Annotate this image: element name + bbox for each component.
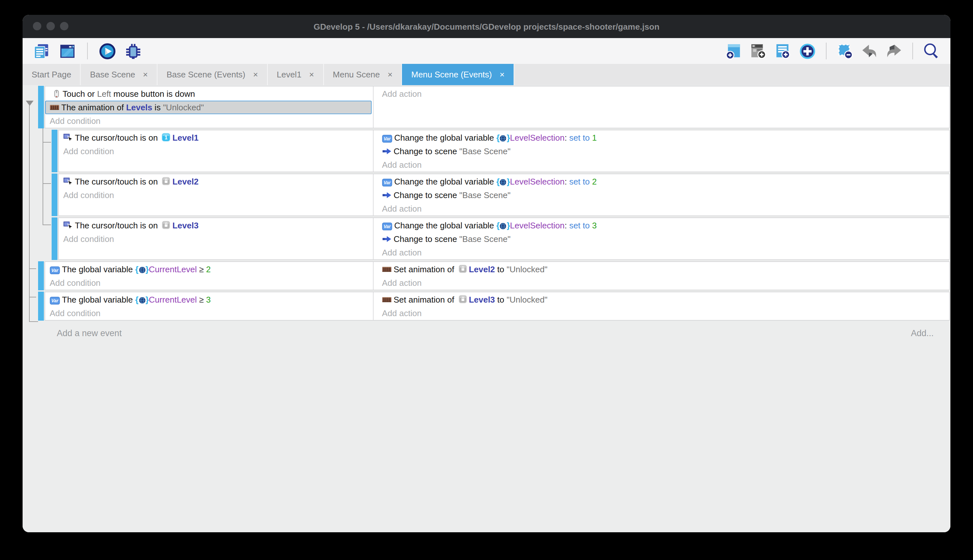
toolbar-left-group: [33, 42, 142, 60]
object-icon-level1: 1: [161, 132, 171, 142]
events-footer: Add a new event Add...: [23, 327, 950, 341]
delete-selection-button[interactable]: [836, 42, 854, 60]
actions-column: Var Change the global variable { }LevelS…: [373, 130, 949, 172]
operator-text: set to: [567, 177, 592, 187]
add-subevent-button[interactable]: [750, 42, 767, 60]
action-text: Change to scene: [393, 190, 460, 200]
close-tab-icon[interactable]: ×: [500, 70, 505, 79]
condition-touch-mouse[interactable]: Touch or Left mouse button is down: [45, 87, 373, 101]
search-button[interactable]: [923, 42, 940, 60]
number-param: 3: [592, 221, 596, 230]
action-change-variable[interactable]: Var Change the global variable { }LevelS…: [377, 219, 949, 232]
actions-column: Var Change the global variable { }LevelS…: [373, 218, 949, 259]
add-comment-button[interactable]: [774, 42, 792, 60]
condition-cursor-on[interactable]: The cursor/touch is on 1 Level1: [59, 131, 373, 145]
condition-cursor-on[interactable]: The cursor/touch is on Level2: [59, 175, 373, 188]
add-more-link[interactable]: Add...: [911, 327, 934, 341]
string-param: "Base Scene": [460, 234, 511, 244]
add-condition-link[interactable]: Add condition: [59, 145, 373, 158]
action-text: Set animation of: [393, 265, 457, 274]
tab-base-scene[interactable]: Base Scene×: [81, 64, 157, 85]
action-change-scene[interactable]: Change to scene "Base Scene": [377, 232, 949, 246]
condition-text: The animation of: [61, 103, 126, 112]
variable-name: CurrentLevel: [149, 295, 197, 305]
event[interactable]: Var The global variable { }CurrentLevel …: [45, 292, 950, 321]
tree-line: [29, 268, 36, 269]
action-text: to: [495, 265, 506, 274]
play-button[interactable]: [99, 42, 116, 60]
actions-column: Add action: [373, 87, 949, 128]
tab-level1[interactable]: Level1×: [268, 64, 324, 85]
add-action-link[interactable]: Add action: [377, 276, 949, 290]
svg-text:Var: Var: [51, 298, 58, 303]
add-new-event-link[interactable]: Add a new event: [23, 328, 122, 338]
action-set-animation[interactable]: Set animation of Level2 to "Unlocked": [377, 263, 949, 276]
condition-text: mouse button is down: [111, 89, 195, 99]
close-tab-icon[interactable]: ×: [143, 70, 148, 79]
tab-bar: Start Page Base Scene× Base Scene (Event…: [23, 64, 950, 85]
condition-animation-selected[interactable]: The animation of Levels is "Unlocked": [45, 101, 372, 114]
object-icon-lock: [458, 294, 468, 304]
condition-global-variable[interactable]: Var The global variable { }CurrentLevel …: [45, 293, 373, 307]
sub-event[interactable]: The cursor/touch is on 1 Level1 Add cond…: [58, 130, 950, 172]
variable-icon: Var: [50, 267, 60, 274]
add-condition-link[interactable]: Add condition: [45, 114, 373, 128]
fold-triangle-icon[interactable]: [26, 101, 33, 106]
add-action-link[interactable]: Add action: [377, 307, 949, 320]
tab-menu-scene[interactable]: Menu Scene×: [324, 64, 402, 85]
toolbar: [23, 38, 950, 64]
add-condition-link[interactable]: Add condition: [59, 232, 373, 246]
add-action-link[interactable]: Add action: [377, 158, 949, 172]
condition-cursor-on[interactable]: The cursor/touch is on Level3: [59, 219, 373, 232]
conditions-column: Var The global variable { }CurrentLevel …: [45, 262, 373, 290]
global-variable-icon: {: [496, 221, 500, 230]
action-change-scene[interactable]: Change to scene "Base Scene": [377, 145, 949, 158]
sub-event[interactable]: The cursor/touch is on Level3 Add condit…: [58, 217, 950, 260]
condition-text: The global variable: [62, 295, 135, 305]
conditions-column: Var The global variable { }CurrentLevel …: [45, 292, 373, 320]
project-manager-button[interactable]: [33, 42, 50, 60]
add-new-anything-button[interactable]: [799, 42, 816, 60]
tree-line: [29, 297, 36, 297]
tab-start-page[interactable]: Start Page: [23, 64, 81, 85]
event[interactable]: Var The global variable { }CurrentLevel …: [45, 261, 950, 290]
variable-icon: Var: [382, 135, 392, 143]
toolbar-separator: [826, 43, 826, 59]
close-tab-icon[interactable]: ×: [253, 70, 258, 79]
scene-editor-button[interactable]: [59, 42, 76, 60]
close-tab-icon[interactable]: ×: [388, 70, 393, 79]
sub-event[interactable]: The cursor/touch is on Level2 Add condit…: [58, 173, 950, 216]
close-tab-icon[interactable]: ×: [309, 70, 314, 79]
traffic-light-close[interactable]: [33, 22, 41, 30]
conditions-column: The cursor/touch is on Level3 Add condit…: [59, 218, 373, 259]
traffic-light-zoom[interactable]: [60, 22, 68, 30]
object-name: Level3: [172, 221, 198, 230]
action-set-animation[interactable]: Set animation of Level3 to "Unlocked": [377, 293, 949, 307]
number-param: 1: [592, 133, 596, 143]
debug-button[interactable]: [125, 42, 142, 60]
add-event-button[interactable]: [725, 42, 743, 60]
tab-menu-scene-events[interactable]: Menu Scene (Events)×: [402, 64, 514, 85]
action-change-variable[interactable]: Var Change the global variable { }LevelS…: [377, 131, 949, 145]
variable-name: CurrentLevel: [149, 265, 197, 274]
add-action-link[interactable]: Add action: [377, 202, 949, 215]
variable-name: LevelSelection: [510, 133, 565, 143]
condition-text: The cursor/touch is on: [75, 177, 160, 187]
cursor-on-icon: [63, 177, 73, 187]
action-change-variable[interactable]: Var Change the global variable { }LevelS…: [377, 175, 949, 188]
add-action-link[interactable]: Add action: [377, 246, 949, 259]
undo-button[interactable]: [861, 42, 878, 60]
traffic-light-minimize[interactable]: [47, 22, 55, 30]
add-condition-link[interactable]: Add condition: [45, 307, 373, 320]
scene-change-icon: [382, 190, 392, 200]
add-condition-link[interactable]: Add condition: [45, 276, 373, 290]
add-action-link[interactable]: Add action: [377, 87, 949, 101]
redo-button[interactable]: [885, 42, 903, 60]
event[interactable]: Touch or Left mouse button is down The a…: [45, 86, 950, 128]
condition-global-variable[interactable]: Var The global variable { }CurrentLevel …: [45, 263, 373, 276]
action-change-scene[interactable]: Change to scene "Base Scene": [377, 188, 949, 202]
tab-base-scene-events[interactable]: Base Scene (Events)×: [157, 64, 267, 85]
animation-icon: [50, 103, 59, 112]
add-condition-link[interactable]: Add condition: [59, 188, 373, 202]
conditions-column: The cursor/touch is on 1 Level1 Add cond…: [59, 130, 373, 172]
